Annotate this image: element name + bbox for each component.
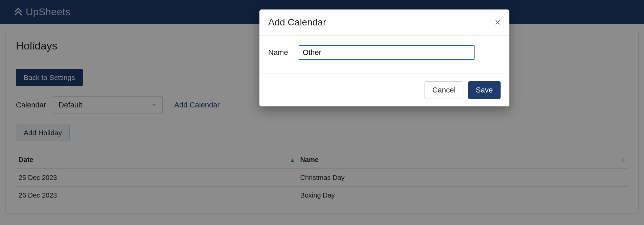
close-icon: ×	[495, 17, 501, 28]
modal-header: Add Calendar ×	[259, 9, 509, 36]
modal-footer: Cancel Save	[259, 74, 509, 106]
name-input[interactable]	[299, 45, 475, 60]
modal-title: Add Calendar	[268, 17, 326, 28]
modal-body: Name	[259, 36, 509, 74]
cancel-button[interactable]: Cancel	[424, 81, 463, 99]
close-button[interactable]: ×	[495, 17, 501, 27]
name-label: Name	[268, 48, 292, 57]
add-calendar-modal: Add Calendar × Name Cancel Save	[259, 9, 509, 106]
save-button[interactable]: Save	[468, 81, 501, 99]
